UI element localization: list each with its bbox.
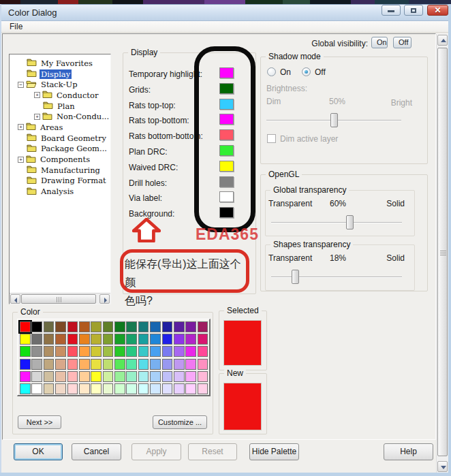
- palette-cell[interactable]: [162, 321, 173, 332]
- palette-cell[interactable]: [91, 359, 102, 370]
- palette-cell[interactable]: [44, 321, 55, 332]
- display-color-swatch[interactable]: [219, 207, 234, 218]
- scroll-up-button[interactable]: [437, 35, 448, 46]
- palette-cell[interactable]: [162, 346, 173, 357]
- palette-cell[interactable]: [138, 371, 149, 382]
- tree-item-plan[interactable]: Plan: [11, 101, 110, 112]
- palette-cell[interactable]: [126, 346, 137, 357]
- palette-cell[interactable]: [114, 371, 125, 382]
- palette-cell[interactable]: [174, 383, 185, 394]
- palette-cell[interactable]: [174, 334, 185, 345]
- palette-cell[interactable]: [91, 334, 102, 345]
- palette-cell[interactable]: [103, 346, 114, 357]
- display-color-swatch[interactable]: [219, 67, 234, 78]
- ok-button[interactable]: OK: [14, 443, 63, 460]
- shapes-transparency-slider[interactable]: [271, 270, 402, 285]
- palette-cell[interactable]: [198, 346, 208, 357]
- palette-cell[interactable]: [138, 334, 149, 345]
- palette-cell[interactable]: [114, 346, 125, 357]
- palette-cell[interactable]: [114, 359, 125, 370]
- expand-icon[interactable]: +: [34, 114, 40, 120]
- palette-cell[interactable]: [79, 359, 90, 370]
- help-button[interactable]: Help: [384, 443, 433, 460]
- palette-cell[interactable]: [67, 321, 78, 332]
- palette-cell[interactable]: [198, 334, 208, 345]
- palette-cell[interactable]: [138, 383, 149, 394]
- palette-cell[interactable]: [91, 383, 102, 394]
- palette-cell[interactable]: [103, 383, 114, 394]
- palette-cell[interactable]: [44, 383, 55, 394]
- palette-cell[interactable]: [126, 334, 137, 345]
- palette-cell[interactable]: [67, 346, 78, 357]
- palette-cell[interactable]: [31, 383, 42, 394]
- minimize-button[interactable]: [382, 5, 401, 16]
- palette-cell[interactable]: [55, 371, 66, 382]
- palette-cell[interactable]: [103, 359, 114, 370]
- palette-cell[interactable]: [162, 359, 173, 370]
- slider-thumb[interactable]: [330, 113, 338, 127]
- palette-cell[interactable]: [138, 321, 149, 332]
- palette-cell[interactable]: [91, 371, 102, 382]
- next-button[interactable]: Next >>: [18, 415, 61, 429]
- palette-cell[interactable]: [67, 371, 78, 382]
- palette-cell[interactable]: [79, 334, 90, 345]
- vertical-scrollbar[interactable]: [436, 34, 448, 473]
- palette-cell[interactable]: [138, 346, 149, 357]
- palette-cell[interactable]: [67, 359, 78, 370]
- palette-cell[interactable]: [114, 383, 125, 394]
- palette-cell[interactable]: [103, 321, 114, 332]
- palette-cell[interactable]: [174, 371, 185, 382]
- palette-cell[interactable]: [44, 334, 55, 345]
- palette-cell[interactable]: [150, 383, 161, 394]
- cancel-button[interactable]: Cancel: [72, 443, 121, 460]
- palette-cell[interactable]: [31, 346, 42, 357]
- reset-button[interactable]: Reset: [188, 443, 237, 460]
- palette-cell[interactable]: [150, 359, 161, 370]
- palette-cell[interactable]: [79, 383, 90, 394]
- palette-cell[interactable]: [185, 346, 196, 357]
- expand-icon[interactable]: +: [18, 124, 24, 130]
- palette-cell[interactable]: [44, 346, 55, 357]
- tree-item-package-geom[interactable]: Package Geom...: [11, 144, 110, 155]
- palette-cell[interactable]: [20, 346, 31, 357]
- palette-cell[interactable]: [162, 383, 173, 394]
- palette-cell[interactable]: [150, 321, 161, 332]
- palette-cell[interactable]: [79, 371, 90, 382]
- tree-item-areas[interactable]: +Areas: [11, 122, 110, 133]
- palette-cell[interactable]: [198, 371, 208, 382]
- shadow-off-radio[interactable]: [302, 67, 311, 76]
- vertical-scroll-thumb[interactable]: [437, 48, 448, 456]
- tree-item-non-condu[interactable]: +Non-Condu...: [11, 111, 110, 122]
- shadow-on-radio[interactable]: [267, 67, 276, 76]
- palette-cell[interactable]: [150, 334, 161, 345]
- palette-cell[interactable]: [31, 334, 42, 345]
- apply-button[interactable]: Apply: [131, 443, 181, 460]
- palette-cell[interactable]: [79, 346, 90, 357]
- palette-cell[interactable]: [79, 321, 90, 332]
- display-color-swatch[interactable]: [219, 83, 234, 94]
- customize-button[interactable]: Customize ...: [153, 415, 207, 429]
- palette-cell[interactable]: [103, 334, 114, 345]
- scroll-left-button[interactable]: [10, 294, 20, 304]
- collapse-icon[interactable]: −: [18, 82, 24, 88]
- palette-cell[interactable]: [20, 371, 31, 382]
- palette-cell[interactable]: [198, 359, 208, 370]
- palette-cell[interactable]: [20, 359, 31, 370]
- tree-item-stack-up[interactable]: −Stack-Up: [11, 79, 110, 90]
- palette-cell[interactable]: [91, 346, 102, 357]
- dim-active-layer-checkbox[interactable]: [267, 134, 276, 143]
- display-color-swatch[interactable]: [219, 161, 234, 172]
- display-color-swatch[interactable]: [219, 129, 234, 140]
- display-color-swatch[interactable]: [219, 145, 234, 156]
- tree-item-analysis[interactable]: Analysis: [11, 186, 110, 197]
- palette-cell[interactable]: [31, 359, 42, 370]
- palette-cell[interactable]: [44, 359, 55, 370]
- palette-cell[interactable]: [55, 383, 66, 394]
- palette-cell[interactable]: [55, 359, 66, 370]
- palette-cell[interactable]: [126, 371, 137, 382]
- global-transparency-slider[interactable]: [271, 215, 402, 230]
- palette-cell[interactable]: [55, 346, 66, 357]
- slider-thumb[interactable]: [346, 215, 354, 229]
- palette-cell[interactable]: [185, 383, 196, 394]
- palette-cell[interactable]: [20, 383, 31, 394]
